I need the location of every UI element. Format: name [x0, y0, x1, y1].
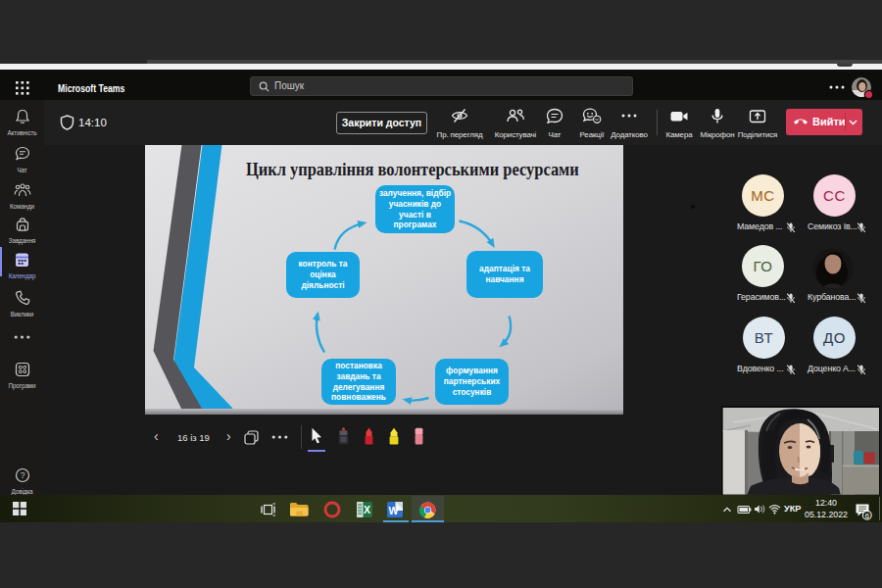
- svg-text:?: ?: [20, 470, 24, 480]
- svg-text:6: 6: [865, 512, 869, 520]
- svg-text:X: X: [364, 504, 370, 515]
- svg-text:W: W: [389, 505, 399, 516]
